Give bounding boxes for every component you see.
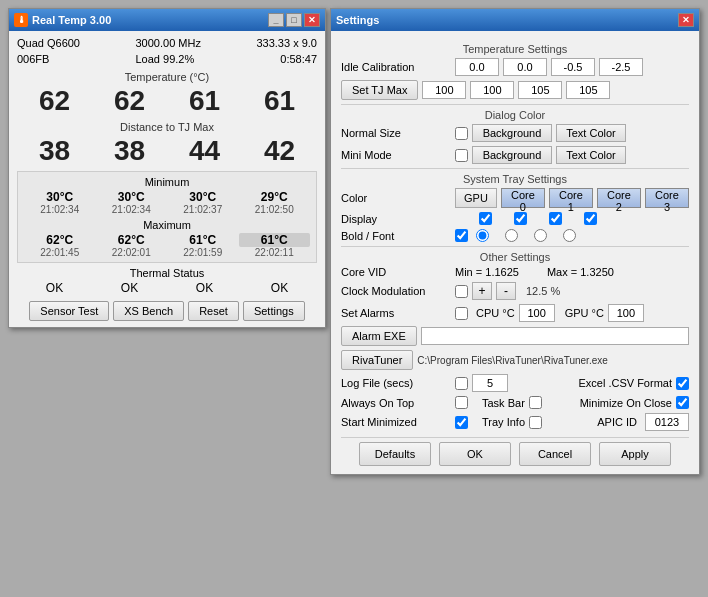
alarms-checkbox[interactable]	[455, 307, 468, 320]
always-top-checkbox[interactable]	[455, 396, 468, 409]
bold-checkbox[interactable]	[455, 229, 468, 242]
clock-plus-button[interactable]: +	[472, 282, 492, 300]
defaults-button[interactable]: Defaults	[359, 442, 431, 466]
clock-mod-label: Clock Modulation	[341, 285, 451, 297]
dist-core0: 38	[39, 135, 70, 167]
settings-button[interactable]: Settings	[243, 301, 305, 321]
set-tj-max-button[interactable]: Set TJ Max	[341, 80, 418, 100]
min-time0: 21:02:34	[24, 204, 96, 215]
dialog-color-header: Dialog Color	[341, 109, 689, 121]
tj-val3[interactable]	[566, 81, 610, 99]
gpu-button[interactable]: GPU	[455, 188, 497, 208]
min-core3: 29°C	[239, 190, 311, 204]
rivaTuner-row: RivaTuner C:\Program Files\RivaTuner\Riv…	[341, 350, 689, 370]
alarms-row: Set Alarms CPU °C GPU °C	[341, 304, 689, 322]
sensor-test-button[interactable]: Sensor Test	[29, 301, 109, 321]
cpu-code: 006FB	[17, 53, 49, 65]
settings-title: Settings	[336, 14, 379, 26]
tj-val2[interactable]	[518, 81, 562, 99]
color-row: Color GPU Core 0 Core 1 Core 2 Core 3	[341, 188, 689, 208]
always-top-row: Always On Top Task Bar Minimize On Close	[341, 396, 689, 409]
thermal-core2: OK	[196, 281, 213, 295]
log-file-checkbox[interactable]	[455, 377, 468, 390]
apply-button[interactable]: Apply	[599, 442, 671, 466]
minimize-button[interactable]: _	[268, 13, 284, 27]
log-file-input[interactable]	[472, 374, 508, 392]
font-radio3[interactable]	[563, 229, 576, 242]
dist-values: 38 38 44 42	[17, 135, 317, 167]
cancel-button[interactable]: Cancel	[519, 442, 591, 466]
taskbar-checkbox[interactable]	[529, 396, 542, 409]
tray-info-checkbox[interactable]	[529, 416, 542, 429]
cpu-alarm-input[interactable]	[519, 304, 555, 322]
normal-size-checkbox[interactable]	[455, 127, 468, 140]
max-time0: 22:01:45	[24, 247, 96, 258]
tj-val1[interactable]	[470, 81, 514, 99]
settings-close-button[interactable]: ✕	[678, 13, 694, 27]
reset-button[interactable]: Reset	[188, 301, 239, 321]
font-radio1[interactable]	[505, 229, 518, 242]
display-label: Display	[341, 213, 451, 225]
display-cb2[interactable]	[549, 212, 562, 225]
clock-mod-checkbox[interactable]	[455, 285, 468, 298]
minimize-checkbox[interactable]	[676, 396, 689, 409]
normal-background-button[interactable]: Background	[472, 124, 552, 142]
ok-button[interactable]: OK	[439, 442, 511, 466]
normal-text-color-button[interactable]: Text Color	[556, 124, 626, 142]
realtemp-titlebar: 🌡 Real Temp 3.00 _ □ ✕	[9, 9, 325, 31]
display-row: Display	[341, 212, 689, 225]
dist-label: Distance to TJ Max	[17, 121, 317, 133]
temp-label: Temperature (°C)	[17, 71, 317, 83]
cpu-time: 0:58:47	[280, 53, 317, 65]
minimize-label: Minimize On Close	[580, 397, 672, 409]
cpu-alarm-label: CPU °C	[476, 307, 515, 319]
idle-val1[interactable]	[503, 58, 547, 76]
bold-font-row: Bold / Font	[341, 229, 689, 242]
alarm-exe-path[interactable]	[421, 327, 689, 345]
gpu-alarm-input[interactable]	[608, 304, 644, 322]
idle-val2[interactable]	[551, 58, 595, 76]
min-core0: 30°C	[24, 190, 96, 204]
maximize-button[interactable]: □	[286, 13, 302, 27]
close-button[interactable]: ✕	[304, 13, 320, 27]
display-cb0[interactable]	[479, 212, 492, 225]
idle-val0[interactable]	[455, 58, 499, 76]
font-radio0[interactable]	[476, 229, 489, 242]
tray-info-label: Tray Info	[482, 416, 525, 428]
core0-button[interactable]: Core 0	[501, 188, 545, 208]
clock-minus-button[interactable]: -	[496, 282, 516, 300]
cpu-load: Load 99.2%	[136, 53, 195, 65]
settings-window: Settings ✕ Temperature Settings Idle Cal…	[330, 8, 700, 475]
core2-button[interactable]: Core 2	[597, 188, 641, 208]
temp-core1: 62	[114, 85, 145, 117]
temp-core3: 61	[264, 85, 295, 117]
max-label: Maximum	[24, 219, 310, 231]
log-file-label: Log File (secs)	[341, 377, 451, 389]
log-file-row: Log File (secs) Excel .CSV Format	[341, 374, 689, 392]
mini-text-color-button[interactable]: Text Color	[556, 146, 626, 164]
xs-bench-button[interactable]: XS Bench	[113, 301, 184, 321]
mini-mode-label: Mini Mode	[341, 149, 451, 161]
realtemp-icon: 🌡	[14, 13, 28, 27]
display-cb1[interactable]	[514, 212, 527, 225]
display-cb3[interactable]	[584, 212, 597, 225]
temp-core0: 62	[39, 85, 70, 117]
rivaTuner-button[interactable]: RivaTuner	[341, 350, 413, 370]
font-radio2[interactable]	[534, 229, 547, 242]
thermal-core3: OK	[271, 281, 288, 295]
mini-mode-checkbox[interactable]	[455, 149, 468, 162]
start-min-checkbox[interactable]	[455, 416, 468, 429]
tj-val0[interactable]	[422, 81, 466, 99]
mini-background-button[interactable]: Background	[472, 146, 552, 164]
apic-input[interactable]	[645, 413, 689, 431]
start-min-row: Start Minimized Tray Info APIC ID	[341, 413, 689, 431]
thermal-core1: OK	[121, 281, 138, 295]
other-settings-header: Other Settings	[341, 251, 689, 263]
max-time2: 22:01:59	[167, 247, 239, 258]
apic-label: APIC ID	[597, 416, 637, 428]
core3-button[interactable]: Core 3	[645, 188, 689, 208]
excel-checkbox[interactable]	[676, 377, 689, 390]
idle-val3[interactable]	[599, 58, 643, 76]
alarm-exe-button[interactable]: Alarm EXE	[341, 326, 417, 346]
core1-button[interactable]: Core 1	[549, 188, 593, 208]
